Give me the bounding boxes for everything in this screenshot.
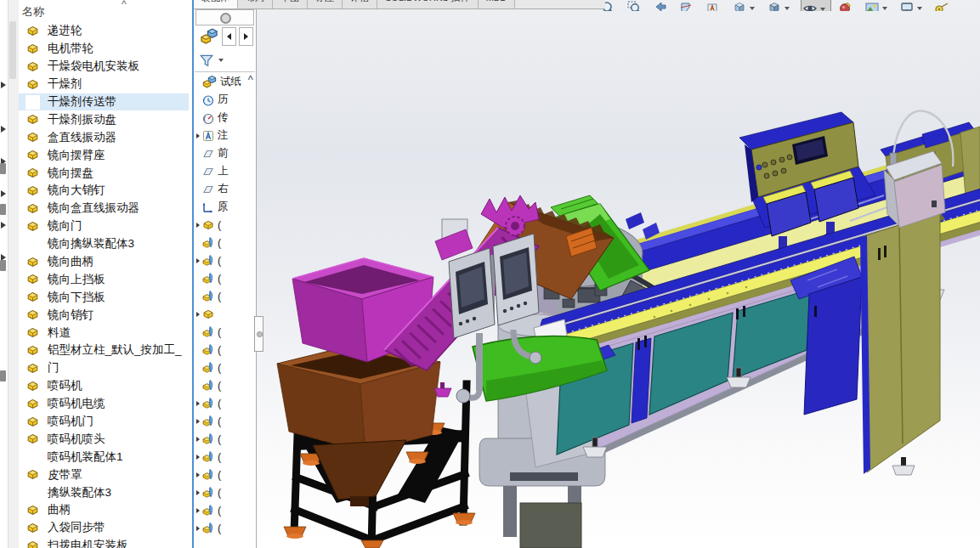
feature-tree-item[interactable]: ( ^ xyxy=(194,430,256,448)
section-view-button[interactable] xyxy=(678,0,699,11)
expand-arrow-icon[interactable] xyxy=(194,312,201,317)
list-item[interactable]: 干燥剂传送带 xyxy=(19,93,189,111)
feature-tree-item[interactable]: ( ^ xyxy=(194,359,256,376)
list-item[interactable]: 喷码机门 xyxy=(19,413,189,431)
list-item[interactable]: 干燥剂 xyxy=(19,76,189,93)
left-panel-scrollbar[interactable] xyxy=(8,0,20,548)
edit-appearance-button[interactable] xyxy=(837,0,858,11)
list-item[interactable]: 喷码机喷头 xyxy=(19,430,189,448)
display-style-button[interactable] xyxy=(766,0,795,11)
feature-tree-item[interactable]: 原 ^ xyxy=(194,198,256,216)
command-tab[interactable]: 标注 xyxy=(308,0,343,8)
list-item[interactable]: 电机带轮 xyxy=(19,40,189,58)
scroll-up-indicator[interactable]: ^ xyxy=(248,74,253,84)
feature-tree-item[interactable]: ( ^ xyxy=(194,483,256,501)
feature-tree-item[interactable]: 前 ^ xyxy=(194,144,256,162)
list-item[interactable]: 干燥剂振动盘 xyxy=(19,110,189,128)
list-item[interactable]: 扫拨电机安装板 xyxy=(19,537,189,548)
scrollbar-thumb[interactable] xyxy=(9,21,16,79)
feature-tree-item[interactable]: ( ^ xyxy=(194,269,256,287)
feature-tree-item[interactable]: ( ^ xyxy=(194,466,256,483)
feature-tree-item[interactable]: ( ^ xyxy=(194,251,256,269)
dropdown-caret-icon[interactable] xyxy=(917,7,922,10)
list-item[interactable]: 镜向上挡板 xyxy=(19,270,189,288)
expand-arrow-icon[interactable] xyxy=(194,258,201,263)
feature-tree-item[interactable]: 注 ^ xyxy=(194,127,256,144)
feature-tree-item[interactable]: ( ^ xyxy=(194,234,256,251)
feature-tree-item[interactable]: 试纸 ^ xyxy=(194,73,256,91)
list-item[interactable]: 镜向下挡板 xyxy=(19,288,189,306)
command-tab[interactable]: 评估 xyxy=(343,0,377,8)
list-item[interactable]: 镜向擒纵装配体3 xyxy=(19,235,189,253)
zoom-to-area-button[interactable] xyxy=(626,0,646,11)
expand-arrow-icon[interactable] xyxy=(1,222,6,229)
expand-arrow-icon[interactable] xyxy=(1,190,6,197)
dropdown-caret-icon[interactable] xyxy=(820,8,825,11)
expand-arrow-icon[interactable] xyxy=(194,508,201,513)
feature-tree-item[interactable]: ( ^ xyxy=(194,216,256,234)
list-item[interactable]: 镜向曲柄 xyxy=(19,253,189,271)
expand-arrow-icon[interactable] xyxy=(1,126,6,133)
feature-tree-item[interactable]: 右 ^ xyxy=(194,180,256,198)
list-item[interactable]: 曲柄 xyxy=(19,501,189,519)
expand-arrow-icon[interactable] xyxy=(194,133,201,138)
graphics-viewport[interactable] xyxy=(257,0,980,548)
expand-arrow-icon[interactable] xyxy=(194,419,201,424)
list-item[interactable]: 铝型材立柱_默认_按加工_ xyxy=(19,342,189,359)
view-settings-button[interactable] xyxy=(898,0,927,11)
list-item[interactable]: 喷码机电缆 xyxy=(19,395,189,413)
command-tab[interactable]: 装配体 xyxy=(194,0,238,8)
feature-tree-item[interactable]: ( ^ xyxy=(194,341,256,359)
list-item[interactable]: 镜向销钉 xyxy=(19,306,189,324)
feature-tree-item[interactable]: ( ^ xyxy=(194,323,256,341)
expand-arrow-icon[interactable] xyxy=(194,401,201,406)
command-tab[interactable]: MBD xyxy=(479,0,515,8)
command-tab[interactable]: 布局 xyxy=(238,0,273,8)
expand-arrow-icon[interactable] xyxy=(194,526,201,531)
feature-tree-item[interactable]: ( ^ xyxy=(194,519,256,537)
feature-tree-item[interactable]: 传 ^ xyxy=(194,109,256,127)
apply-scene-button[interactable] xyxy=(864,0,892,11)
list-item[interactable]: 镜向大销钉 xyxy=(19,182,189,200)
feature-tree-item[interactable]: ( ^ xyxy=(194,394,256,412)
list-item[interactable]: 干燥袋电机安装板 xyxy=(19,58,189,76)
list-item[interactable]: 擒纵装配体3 xyxy=(19,483,189,501)
list-item[interactable]: 盒直线振动器 xyxy=(19,128,189,146)
assembly-3d-model[interactable] xyxy=(257,0,980,548)
column-header-name[interactable]: 名称 xyxy=(22,4,44,20)
list-item[interactable]: 皮带罩 xyxy=(19,466,189,483)
sort-indicator-icon[interactable]: ^ xyxy=(122,0,127,10)
previous-view-button[interactable] xyxy=(652,0,672,11)
expand-arrow-icon[interactable] xyxy=(194,455,201,460)
feature-tree-item[interactable]: 上 ^ xyxy=(194,162,256,180)
view-orientation-button[interactable] xyxy=(731,0,760,11)
list-item[interactable]: 递进轮 xyxy=(19,22,189,40)
command-tab[interactable]: SOLIDWORKS 插件 xyxy=(377,0,479,8)
tree-filter[interactable] xyxy=(195,49,255,72)
tab-scroll-right-button[interactable] xyxy=(239,27,253,46)
tab-scroll-left-button[interactable] xyxy=(222,27,236,46)
feature-tree-item[interactable]: ( ^ xyxy=(194,412,256,430)
expand-arrow-icon[interactable] xyxy=(194,437,201,442)
feature-tree-item[interactable]: 历 ^ xyxy=(194,91,256,109)
hide-show-items-button[interactable] xyxy=(801,0,831,11)
list-item[interactable]: 镜向摆盘 xyxy=(19,164,189,182)
list-item[interactable]: 料道 xyxy=(19,324,189,342)
feature-tree-item[interactable]: ^ xyxy=(194,305,256,323)
filter-dropdown-caret-icon[interactable] xyxy=(218,59,224,62)
command-tab[interactable]: 草图 xyxy=(273,0,308,8)
dropdown-caret-icon[interactable] xyxy=(882,7,887,10)
expand-arrow-icon[interactable] xyxy=(194,472,201,477)
feature-tree-item[interactable]: ( ^ xyxy=(194,448,256,466)
list-item[interactable]: 镜向盒直线振动器 xyxy=(19,200,189,218)
dropdown-caret-icon[interactable] xyxy=(785,7,790,10)
feature-tree-item[interactable]: ( ^ xyxy=(194,501,256,519)
feature-tree-item[interactable]: ( ^ xyxy=(194,287,256,305)
list-item[interactable]: 入袋同步带 xyxy=(19,519,189,537)
list-item[interactable]: 镜向摆臂座 xyxy=(19,146,189,164)
annotation-views-button[interactable] xyxy=(705,0,725,11)
measure-button[interactable] xyxy=(933,0,954,11)
assembly-tab-icon[interactable] xyxy=(199,26,219,47)
parts-list-header[interactable]: 名称 ^ xyxy=(19,0,189,22)
expand-arrow-icon[interactable] xyxy=(1,82,6,88)
